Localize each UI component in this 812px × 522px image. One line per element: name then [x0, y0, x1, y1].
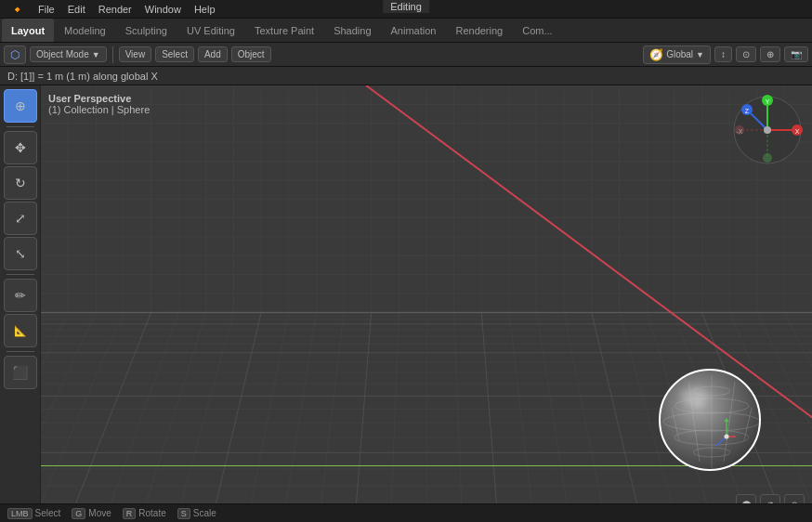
annotate-tool-btn[interactable]: ✏ — [4, 279, 37, 312]
add-primitive-btn[interactable]: ⬛ — [4, 356, 37, 389]
cursor-tool-btn[interactable]: ⊕ — [4, 89, 37, 123]
tab-sculpting[interactable]: Sculpting — [116, 19, 177, 42]
move-icon: ✥ — [15, 140, 26, 155]
annotate-icon: ✏ — [15, 288, 26, 303]
hint-grab-label: Move — [88, 508, 111, 518]
tab-compositing[interactable]: Com... — [513, 19, 561, 42]
g-key: G — [72, 508, 85, 519]
cursor-icon: ⊕ — [15, 98, 26, 113]
rotate-tool-btn[interactable]: ↻ — [4, 166, 37, 200]
svg-point-33 — [764, 126, 771, 134]
add-menu-btn[interactable]: Add — [198, 46, 228, 62]
view-menu-btn[interactable]: View — [119, 46, 152, 62]
tab-modeling[interactable]: Modeling — [55, 19, 115, 42]
transform-orient-icon: ↕ — [721, 49, 726, 59]
measure-icon: 📐 — [14, 325, 27, 337]
object-menu-btn[interactable]: Object — [231, 46, 271, 62]
hint-select-label: Select — [35, 508, 61, 518]
measure-tool-btn[interactable]: 📐 — [4, 314, 37, 347]
viewport-area: ⊕ ✥ ↻ ⤢ ⤡ ✏ 📐 ⬛ User Perspecti — [0, 85, 812, 522]
tab-uv-editing[interactable]: UV Editing — [177, 19, 244, 42]
scale-icon: ⤢ — [15, 211, 26, 226]
transform-icon: ⤡ — [15, 246, 26, 261]
edit-menu[interactable]: Edit — [62, 2, 91, 17]
chevron-down-icon: ▼ — [92, 50, 100, 59]
s-key: S — [177, 508, 190, 519]
proportional-edit-toggle[interactable]: ⊕ — [760, 46, 780, 62]
r-key: R — [123, 508, 137, 519]
select-menu-btn[interactable]: Select — [155, 46, 194, 62]
viewport-shading-icon[interactable]: ⬡ — [4, 46, 26, 64]
lmb-key: LMB — [7, 508, 33, 519]
window-menu[interactable]: Window — [139, 2, 187, 17]
tab-texture-paint[interactable]: Texture Paint — [245, 19, 323, 42]
toolbar-separator-1 — [112, 46, 113, 63]
hint-rotate: R Rotate — [123, 508, 166, 519]
status-bar: D: [1]] = 1 m (1 m) along global X — [0, 67, 812, 85]
svg-text:Z: Z — [745, 108, 750, 114]
workspace-tabs: Layout Modeling Sculpting UV Editing Tex… — [0, 19, 812, 43]
tool-separator-3 — [7, 351, 34, 352]
transform-tool-btn[interactable]: ⤡ — [4, 237, 37, 270]
scale-tool-btn[interactable]: ⤢ — [4, 202, 37, 235]
object-mode-label: Object Mode — [36, 49, 89, 59]
status-text: D: [1]] = 1 m (1 m) along global X — [7, 71, 158, 82]
move-tool-btn[interactable]: ✥ — [4, 131, 37, 164]
viewport-grid — [41, 85, 812, 522]
tab-animation[interactable]: Animation — [382, 19, 446, 42]
rotate-icon: ↻ — [15, 176, 26, 190]
hint-scale-label: Scale — [193, 508, 216, 518]
proportional-icon: ⊕ — [766, 49, 774, 59]
tool-separator-2 — [7, 274, 34, 275]
file-menu[interactable]: File — [33, 2, 60, 17]
tab-layout[interactable]: Layout — [2, 19, 54, 42]
help-menu[interactable]: Help — [189, 2, 221, 17]
hint-select: LMB Select — [7, 508, 60, 519]
hint-grab: G Move — [72, 508, 111, 519]
svg-text:Y: Y — [766, 98, 770, 105]
bottom-status-bar: LMB Select G Move R Rotate S Scale — [0, 503, 812, 522]
tool-separator-1 — [7, 126, 34, 127]
svg-point-29 — [763, 153, 772, 163]
render-menu[interactable]: Render — [93, 2, 138, 17]
viewport-render-btn[interactable]: 📷 — [784, 46, 808, 62]
add-cube-icon: ⬛ — [12, 365, 28, 380]
hint-rotate-label: Rotate — [138, 508, 165, 518]
magnet-icon: ⊙ — [742, 49, 750, 59]
navigation-gizmo[interactable]: X -X Y Z — [730, 93, 805, 167]
header-toolbar: ⬡ Object Mode ▼ View Select Add Object 🧭… — [0, 43, 812, 67]
tab-shading[interactable]: Shading — [324, 19, 380, 42]
svg-text:-X: -X — [737, 128, 743, 135]
editing-indicator: Editing — [383, 0, 429, 13]
camera-icon: 📷 — [791, 49, 802, 59]
transform-orientations-btn[interactable]: ↕ — [714, 46, 732, 62]
global-orientation-selector[interactable]: 🧭 Global ▼ — [643, 46, 711, 64]
tab-rendering[interactable]: Rendering — [446, 19, 512, 42]
blender-logo-icon[interactable]: 🔸 — [4, 0, 31, 19]
3d-viewport[interactable]: User Perspective (1) Collection | Sphere — [41, 85, 812, 522]
hint-scale: S Scale — [177, 508, 216, 519]
top-menu-bar: 🔸 File Edit Render Window Help Editing — [0, 0, 812, 19]
global-label: Global — [666, 49, 693, 59]
svg-text:X: X — [795, 128, 800, 135]
snap-toggle[interactable]: ⊙ — [736, 46, 756, 62]
chevron-down-icon-2: ▼ — [696, 50, 704, 59]
object-mode-selector[interactable]: Object Mode ▼ — [30, 46, 107, 62]
orientation-icon: 🧭 — [649, 48, 663, 61]
left-toolbar: ⊕ ✥ ↻ ⤢ ⤡ ✏ 📐 ⬛ — [0, 85, 41, 522]
